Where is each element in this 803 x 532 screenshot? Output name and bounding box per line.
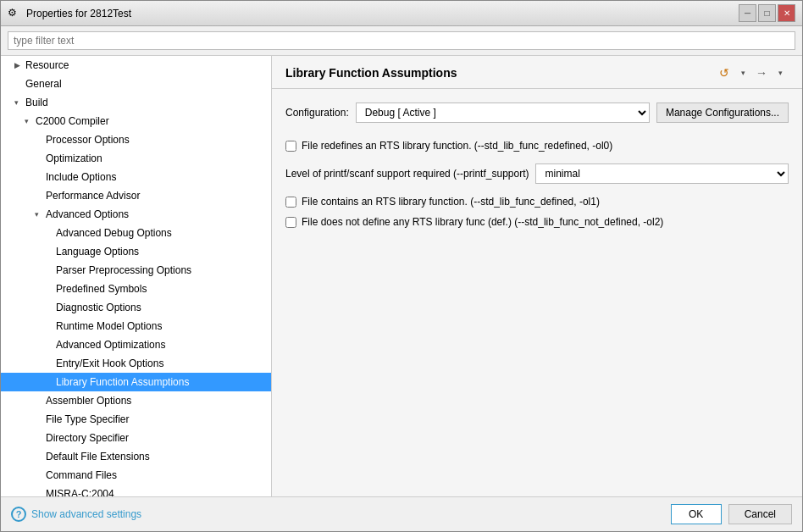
checkbox-row-contains: File contains an RTS library function. (… xyxy=(285,196,789,208)
right-header: Library Function Assumptions ↺ ▾ → ▾ xyxy=(272,56,802,89)
tree-item-label: Parser Preprocessing Options xyxy=(56,263,191,278)
tree-item-label: Predefined Symbols xyxy=(56,281,147,296)
right-panel: Library Function Assumptions ↺ ▾ → ▾ Con… xyxy=(272,56,802,496)
tree-item-label: Default File Extensions xyxy=(46,449,150,464)
tree-item-label: Advanced Debug Options xyxy=(56,225,172,241)
section-title: Library Function Assumptions xyxy=(285,66,457,80)
tree-item-label: Language Options xyxy=(56,244,139,259)
back-dropdown-icon[interactable]: ▾ xyxy=(734,64,751,81)
tree-item-label: Entry/Exit Hook Options xyxy=(56,356,163,371)
forward-nav-icon[interactable]: → xyxy=(753,64,770,81)
tree-item-advanced-debug-options[interactable]: Advanced Debug Options xyxy=(1,224,271,242)
config-row: Configuration: Debug [ Active ] Manage C… xyxy=(285,103,789,123)
tree-item-resource[interactable]: ▶Resource xyxy=(1,56,271,75)
checkbox-row-not-define: File does not define any RTS library fun… xyxy=(285,216,789,228)
tree-item-label: Directory Specifier xyxy=(46,430,129,446)
tree-item-directory-specifier[interactable]: Directory Specifier xyxy=(1,429,271,447)
tree-item-language-options[interactable]: Language Options xyxy=(1,242,271,261)
tree-item-label: Build xyxy=(25,95,48,110)
header-icons: ↺ ▾ → ▾ xyxy=(716,64,789,81)
tree-item-label: Performance Advisor xyxy=(46,188,140,203)
window-title: Properties for 2812Test xyxy=(26,8,131,19)
tree-item-label: C2000 Compiler xyxy=(36,114,109,129)
tree-item-label: Optimization xyxy=(46,151,102,166)
config-select[interactable]: Debug [ Active ] xyxy=(356,103,650,123)
tree-item-assembler-options[interactable]: Assembler Options xyxy=(1,391,271,410)
tree-item-label: MISRA-C:2004 xyxy=(46,486,114,496)
tree-panel: ▶ResourceGeneral▾Build▾C2000 CompilerPro… xyxy=(1,56,272,496)
tree-item-label: File Type Specifier xyxy=(46,412,130,427)
dialog-body: ▶ResourceGeneral▾Build▾C2000 CompilerPro… xyxy=(1,26,802,496)
tree-item-command-files[interactable]: Command Files xyxy=(1,466,271,485)
tree-item-performance-advisor[interactable]: Performance Advisor xyxy=(1,186,271,205)
main-content: ▶ResourceGeneral▾Build▾C2000 CompilerPro… xyxy=(1,56,802,496)
printf-row: Level of printf/scanf support required (… xyxy=(285,163,789,184)
options-section: File redefines an RTS library function. … xyxy=(285,140,789,228)
manage-configurations-button[interactable]: Manage Configurations... xyxy=(656,103,789,123)
tree-item-label: Diagnostic Options xyxy=(56,300,141,315)
printf-select[interactable]: minimalnofloatfull xyxy=(535,163,789,184)
tree-item-label: Runtime Model Options xyxy=(56,319,162,334)
maximize-button[interactable]: □ xyxy=(758,4,776,22)
tree-item-label: Advanced Optimizations xyxy=(56,337,165,352)
tree-item-runtime-model-options[interactable]: Runtime Model Options xyxy=(1,317,271,335)
expand-icon: ▾ xyxy=(35,207,43,222)
filter-row xyxy=(1,26,802,56)
tree-item-file-type-specifier[interactable]: File Type Specifier xyxy=(1,410,271,429)
file-contains-checkbox[interactable] xyxy=(285,197,296,208)
back-nav-icon[interactable]: ↺ xyxy=(716,64,733,81)
tree-item-optimization[interactable]: Optimization xyxy=(1,149,271,168)
tree-content: ▶ResourceGeneral▾Build▾C2000 CompilerPro… xyxy=(1,56,271,496)
tree-item-entry-exit-hook[interactable]: Entry/Exit Hook Options xyxy=(1,354,271,373)
config-label: Configuration: xyxy=(285,107,349,119)
bottom-left: ? Show advanced settings xyxy=(11,507,141,522)
title-bar: ⚙ Properties for 2812Test ─ □ ✕ xyxy=(1,1,802,26)
bottom-bar: ? Show advanced settings OK Cancel xyxy=(1,496,802,531)
tree-item-label: Resource xyxy=(25,58,69,73)
tree-item-default-file-extensions[interactable]: Default File Extensions xyxy=(1,447,271,466)
title-bar-left: ⚙ Properties for 2812Test xyxy=(8,7,131,20)
expand-icon: ▾ xyxy=(25,114,33,129)
file-contains-label: File contains an RTS library function. (… xyxy=(302,196,600,208)
tree-item-general[interactable]: General xyxy=(1,75,271,93)
file-not-define-label: File does not define any RTS library fun… xyxy=(302,216,663,228)
tree-item-include-options[interactable]: Include Options xyxy=(1,168,271,186)
tree-item-label: Library Function Assumptions xyxy=(56,374,189,390)
ok-button[interactable]: OK xyxy=(671,504,722,524)
right-body: Configuration: Debug [ Active ] Manage C… xyxy=(272,89,802,496)
file-redefines-checkbox[interactable] xyxy=(285,141,296,152)
filter-input[interactable] xyxy=(8,31,795,50)
tree-item-library-function-assumptions[interactable]: Library Function Assumptions xyxy=(1,373,271,391)
advanced-settings-link[interactable]: Show advanced settings xyxy=(31,508,141,520)
help-icon[interactable]: ? xyxy=(11,507,26,522)
title-buttons: ─ □ ✕ xyxy=(739,4,795,22)
checkbox-row-redefines: File redefines an RTS library function. … xyxy=(285,140,789,152)
expand-icon: ▶ xyxy=(14,58,23,73)
expand-icon: ▾ xyxy=(14,95,23,110)
tree-item-processor-options[interactable]: Processor Options xyxy=(1,130,271,149)
tree-item-label: Include Options xyxy=(46,169,116,185)
bottom-buttons: OK Cancel xyxy=(671,504,792,524)
tree-item-c2000-compiler[interactable]: ▾C2000 Compiler xyxy=(1,112,271,130)
tree-item-advanced-optimizations[interactable]: Advanced Optimizations xyxy=(1,335,271,354)
forward-dropdown-icon[interactable]: ▾ xyxy=(772,64,789,81)
file-redefines-label: File redefines an RTS library function. … xyxy=(302,140,612,152)
cancel-button[interactable]: Cancel xyxy=(728,504,792,524)
tree-item-parser-preprocessing[interactable]: Parser Preprocessing Options xyxy=(1,261,271,280)
tree-item-misra-c2004[interactable]: MISRA-C:2004 xyxy=(1,485,271,496)
tree-item-label: General xyxy=(25,76,62,91)
minimize-button[interactable]: ─ xyxy=(739,4,756,22)
tree-item-label: Processor Options xyxy=(46,132,130,147)
properties-dialog: ⚙ Properties for 2812Test ─ □ ✕ ▶Resourc… xyxy=(0,0,803,532)
tree-item-label: Assembler Options xyxy=(46,393,131,408)
tree-item-advanced-options[interactable]: ▾Advanced Options xyxy=(1,205,271,224)
close-button[interactable]: ✕ xyxy=(778,4,795,22)
tree-item-predefined-symbols[interactable]: Predefined Symbols xyxy=(1,280,271,298)
window-icon: ⚙ xyxy=(8,7,21,20)
printf-label: Level of printf/scanf support required (… xyxy=(285,168,529,180)
tree-item-label: Command Files xyxy=(46,468,117,483)
tree-item-diagnostic-options[interactable]: Diagnostic Options xyxy=(1,298,271,317)
tree-item-label: Advanced Options xyxy=(46,207,129,222)
tree-item-build[interactable]: ▾Build xyxy=(1,93,271,112)
file-not-define-checkbox[interactable] xyxy=(285,217,296,228)
